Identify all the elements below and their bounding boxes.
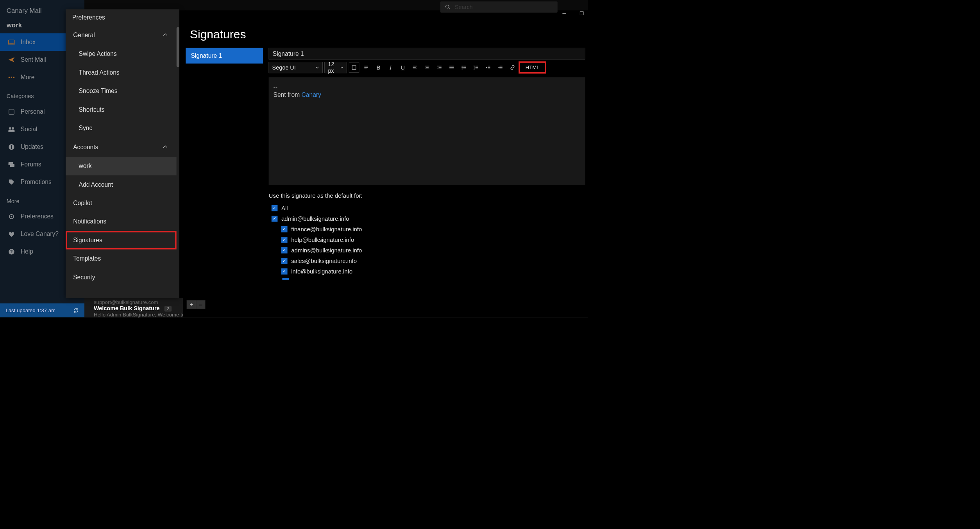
pref-group-general[interactable]: General [66, 25, 177, 45]
pref-item-copilot[interactable]: Copilot [66, 194, 177, 212]
align-left-button[interactable] [410, 63, 420, 73]
pref-item-sync[interactable]: Sync [66, 119, 177, 137]
svg-point-15 [11, 216, 13, 217]
sidebar-item-label: Preferences [21, 213, 54, 220]
default-item-finance[interactable]: ✓finance@bulksignature.info [269, 224, 585, 234]
checkbox-icon[interactable]: ✓ [272, 205, 278, 211]
svg-line-19 [449, 8, 450, 9]
checkbox-icon[interactable]: ✓ [281, 226, 288, 232]
status-text: Last updated 1:37 am [5, 307, 55, 314]
pref-item-add-account[interactable]: Add Account [66, 175, 177, 194]
sync-icon[interactable] [73, 307, 79, 313]
outdent-button[interactable] [483, 63, 493, 73]
pref-item-snooze-times[interactable]: Snooze Times [66, 82, 177, 100]
signature-name-input[interactable] [269, 48, 585, 59]
sent-icon [8, 56, 15, 63]
sidebar-item-label: More [21, 73, 35, 81]
checkbox-icon[interactable]: ✓ [281, 237, 288, 243]
chevron-down-icon [340, 66, 343, 69]
sidebar-item-label: Promotions [21, 179, 52, 186]
svg-point-3 [11, 77, 13, 78]
maximize-button[interactable] [578, 9, 585, 17]
svg-point-42 [461, 68, 462, 69]
window-controls [560, 9, 586, 17]
checkbox-icon[interactable]: ✓ [281, 247, 288, 254]
pref-item-templates[interactable]: Templates [66, 249, 177, 268]
font-select[interactable]: Segoe UI [269, 62, 323, 73]
sidebar-item-label: Social [21, 126, 37, 133]
gear-icon [8, 213, 15, 220]
svg-rect-11 [11, 148, 12, 149]
pref-item-thread-actions[interactable]: Thread Actions [66, 63, 177, 82]
page-title: Signatures [183, 19, 588, 48]
checkbox-icon[interactable]: ✓ [281, 258, 288, 264]
svg-text:3: 3 [474, 68, 475, 70]
pref-item-notifications[interactable]: Notifications [66, 213, 177, 231]
promotions-icon [8, 179, 15, 186]
signature-editor: Segoe UI 12 px B I U 123 [269, 48, 585, 280]
default-label: All [281, 205, 288, 211]
signature-textarea[interactable]: -- Sent from Canary [269, 77, 585, 185]
sidebar-item-label: Forums [21, 161, 41, 168]
italic-button[interactable]: I [385, 63, 395, 73]
default-item-admins[interactable]: ✓admins@bulksignature.info [269, 245, 585, 256]
align-justify-button[interactable] [446, 63, 456, 73]
signature-add-remove: + – [187, 300, 206, 309]
font-size-select[interactable]: 12 px [324, 62, 347, 73]
defaults-heading: Use this signature as the default for: [269, 192, 585, 199]
add-signature-button[interactable]: + [187, 300, 196, 309]
signature-list: Signature 1 [186, 48, 263, 280]
minimize-button[interactable] [560, 9, 568, 17]
pref-item-shortcuts[interactable]: Shortcuts [66, 100, 177, 119]
link-button[interactable] [507, 63, 517, 73]
checkbox-icon[interactable]: ✓ [272, 216, 278, 222]
svg-rect-13 [10, 164, 14, 167]
sidebar-item-label: Sent Mail [21, 56, 46, 63]
default-item-admin[interactable]: ✓admin@bulksignature.info [269, 213, 585, 224]
pref-item-account-work[interactable]: work [66, 157, 177, 175]
checkbox-icon[interactable]: ✓ [281, 268, 288, 275]
svg-point-18 [446, 5, 449, 8]
search-input[interactable]: Search [440, 2, 558, 13]
indent-button[interactable] [495, 63, 505, 73]
bg-mail-subject: Welcome Bulk Signature [94, 305, 160, 311]
pref-item-swipe-actions[interactable]: Swipe Actions [66, 45, 177, 63]
remove-signature-button[interactable]: – [196, 300, 206, 309]
svg-rect-1 [9, 43, 14, 44]
svg-rect-10 [11, 145, 12, 148]
pref-item-signatures[interactable]: Signatures [66, 231, 177, 249]
svg-rect-0 [9, 40, 15, 45]
pref-group-label: General [73, 31, 95, 39]
signature-list-item[interactable]: Signature 1 [186, 48, 263, 63]
inbox-icon [8, 39, 15, 46]
align-right-button[interactable] [434, 63, 444, 73]
clear-format-button[interactable] [361, 63, 371, 73]
pref-item-security[interactable]: Security [66, 268, 177, 286]
default-item-sales[interactable]: ✓sales@bulksignature.info [269, 256, 585, 266]
sig-body-line2: Sent from Canary [274, 91, 581, 98]
default-item-all[interactable]: ✓All [269, 203, 585, 213]
align-center-button[interactable] [422, 63, 432, 73]
personal-icon [8, 108, 15, 115]
color-button[interactable] [349, 63, 359, 73]
bullet-list-button[interactable] [459, 63, 469, 73]
default-item-help[interactable]: ✓help@bulksignature.info [269, 234, 585, 245]
number-list-button[interactable]: 123 [471, 63, 481, 73]
svg-point-4 [13, 77, 15, 78]
default-label: admin@bulksignature.info [281, 215, 349, 222]
sidebar-item-label: Love Canary? [21, 231, 59, 238]
sidebar-item-label: Help [21, 248, 33, 256]
canary-link[interactable]: Canary [302, 91, 321, 98]
pref-group-label: Accounts [73, 143, 98, 151]
html-button[interactable]: HTML [520, 63, 545, 73]
svg-point-6 [9, 127, 11, 130]
signatures-pane: Signatures Signature 1 Segoe UI 12 px B … [183, 19, 588, 317]
scrollbar[interactable] [177, 27, 179, 67]
default-item-info[interactable]: ✓info@bulksignature.info [269, 266, 585, 277]
chevron-down-icon [315, 66, 319, 70]
search-icon [445, 4, 451, 10]
bold-button[interactable]: B [373, 63, 383, 73]
sidebar-item-label: Updates [21, 143, 43, 151]
underline-button[interactable]: U [398, 63, 408, 73]
pref-group-accounts[interactable]: Accounts [66, 138, 177, 157]
